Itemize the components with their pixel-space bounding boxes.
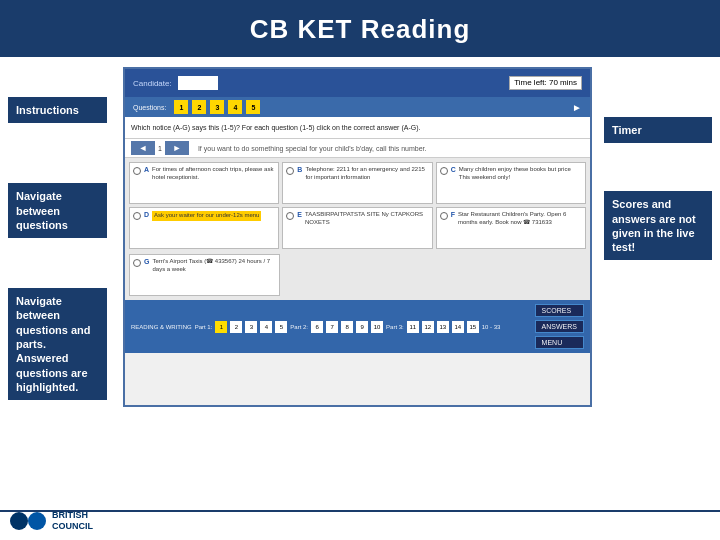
card-C-content: Many children enjoy these books but pric… bbox=[459, 166, 582, 182]
card-G-content: Terri's Airport Taxis (☎ 433567) 24 hour… bbox=[152, 258, 275, 274]
card-B-radio[interactable] bbox=[286, 167, 294, 175]
qnav-4[interactable]: 4 bbox=[228, 100, 242, 114]
british-council-logo: BRITISH COUNCIL bbox=[10, 510, 93, 532]
card-G-row: G Terri's Airport Taxis (☎ 433567) 24 ho… bbox=[125, 253, 590, 300]
bottom-divider bbox=[0, 510, 720, 512]
card-E-radio[interactable] bbox=[286, 212, 294, 220]
page-title: CB KET Reading bbox=[250, 14, 471, 44]
instructions-label: Instructions bbox=[8, 97, 107, 123]
range-label: 10 - 33 bbox=[482, 324, 501, 330]
navigate-parts-label: Navigate between questions and parts. An… bbox=[8, 288, 107, 400]
part2-q8[interactable]: 8 bbox=[341, 321, 353, 333]
card-A-radio[interactable] bbox=[133, 167, 141, 175]
part3-label: Part 3: bbox=[386, 324, 404, 330]
rw-label: READING & WRITING bbox=[131, 324, 192, 330]
qnav-2[interactable]: 2 bbox=[192, 100, 206, 114]
bc-circle-dark bbox=[10, 512, 28, 530]
side-buttons: SCORES ANSWERS MENU bbox=[535, 304, 584, 349]
prev-arrow-btn[interactable]: ◄ bbox=[131, 141, 155, 155]
part1-q2[interactable]: 2 bbox=[230, 321, 242, 333]
part1-q4[interactable]: 4 bbox=[260, 321, 272, 333]
scores-button[interactable]: SCORES bbox=[535, 304, 584, 317]
bc-text: BRITISH COUNCIL bbox=[52, 510, 93, 532]
mockup-bottombar: READING & WRITING Part 1: 1 2 3 4 5 Part… bbox=[125, 300, 590, 353]
candidate-value-box bbox=[178, 76, 218, 90]
mockup-screen: Candidate: Time left: 70 mins Questions:… bbox=[123, 67, 592, 407]
part2-q6[interactable]: 6 bbox=[311, 321, 323, 333]
card-E: E TAASBIRPAITPATSTA SITE Ny CTAPKORS NOX… bbox=[282, 207, 432, 249]
part2-label: Part 2: bbox=[290, 324, 308, 330]
part3-q14[interactable]: 14 bbox=[452, 321, 464, 333]
bc-text-line1: BRITISH bbox=[52, 510, 93, 521]
card-D-content: Ask your waiter for our under-12s menu bbox=[152, 211, 261, 221]
card-D-radio[interactable] bbox=[133, 212, 141, 220]
mockup-topbar: Candidate: Time left: 70 mins bbox=[125, 69, 590, 97]
qnav-label: Questions: bbox=[133, 104, 166, 111]
navigate-questions-label: Navigate between questions bbox=[8, 183, 107, 238]
part1-q1[interactable]: 1 bbox=[215, 321, 227, 333]
menu-button[interactable]: MENU bbox=[535, 336, 584, 349]
card-F: F Star Restaurant Children's Party. Open… bbox=[436, 207, 586, 249]
card-B-content: Telephone: 2211 for an emergency and 221… bbox=[305, 166, 428, 182]
card-C-radio[interactable] bbox=[440, 167, 448, 175]
card-D: D Ask your waiter for our under-12s menu bbox=[129, 207, 279, 249]
card-A: A For times of afternoon coach trips, pl… bbox=[129, 162, 279, 204]
instruction-text: Which notice (A-G) says this (1-5)? For … bbox=[125, 117, 590, 139]
card-E-content: TAASBIRPAITPATSTA SITE Ny CTAPKORS NOXET… bbox=[305, 211, 429, 227]
answers-button[interactable]: ANSWERS bbox=[535, 320, 584, 333]
right-panel: Timer Scores and answers are not given i… bbox=[600, 57, 720, 540]
question-nav-row: ◄ 1 ► If you want to do something specia… bbox=[125, 139, 590, 158]
main-content: Instructions Navigate between questions … bbox=[0, 57, 720, 540]
card-G-radio[interactable] bbox=[133, 259, 141, 267]
part2-q10[interactable]: 10 bbox=[371, 321, 383, 333]
qnav-right-arrow[interactable]: ► bbox=[572, 102, 582, 113]
part1-q5[interactable]: 5 bbox=[275, 321, 287, 333]
part2-q9[interactable]: 9 bbox=[356, 321, 368, 333]
page-header: CB KET Reading bbox=[0, 0, 720, 57]
part3-q15[interactable]: 15 bbox=[467, 321, 479, 333]
part1-label: Part 1: bbox=[195, 324, 213, 330]
question-text: 1 bbox=[158, 145, 162, 152]
part3-q11[interactable]: 11 bbox=[407, 321, 419, 333]
bc-text-line2: COUNCIL bbox=[52, 521, 93, 532]
cards-grid: A For times of afternoon coach trips, pl… bbox=[125, 158, 590, 253]
next-arrow-btn[interactable]: ► bbox=[165, 141, 189, 155]
qnav-1[interactable]: 1 bbox=[174, 100, 188, 114]
card-C: C Many children enjoy these books but pr… bbox=[436, 162, 586, 204]
card-A-content: For times of afternoon coach trips, plea… bbox=[152, 166, 275, 182]
left-panel: Instructions Navigate between questions … bbox=[0, 57, 115, 540]
timer-label: Timer bbox=[604, 117, 712, 143]
bc-circle-light bbox=[28, 512, 46, 530]
part1-q3[interactable]: 3 bbox=[245, 321, 257, 333]
qnav-5[interactable]: 5 bbox=[246, 100, 260, 114]
card-F-content: Star Restaurant Children's Party. Open 6… bbox=[458, 211, 582, 227]
card-G: G Terri's Airport Taxis (☎ 433567) 24 ho… bbox=[129, 254, 280, 296]
part-label: If you want to do something special for … bbox=[198, 145, 427, 152]
part3-q13[interactable]: 13 bbox=[437, 321, 449, 333]
scores-answers-label: Scores and answers are not given in the … bbox=[604, 191, 712, 260]
part3-q12[interactable]: 12 bbox=[422, 321, 434, 333]
qnav-3[interactable]: 3 bbox=[210, 100, 224, 114]
card-B: B Telephone: 2211 for an emergency and 2… bbox=[282, 162, 432, 204]
card-F-radio[interactable] bbox=[440, 212, 448, 220]
part2-q7[interactable]: 7 bbox=[326, 321, 338, 333]
question-nav-bar: Questions: 1 2 3 4 5 ► bbox=[125, 97, 590, 117]
candidate-label: Candidate: bbox=[133, 79, 172, 88]
bc-circles bbox=[10, 512, 46, 530]
timer-box: Time left: 70 mins bbox=[509, 76, 582, 90]
center-panel: Candidate: Time left: 70 mins Questions:… bbox=[115, 57, 600, 540]
